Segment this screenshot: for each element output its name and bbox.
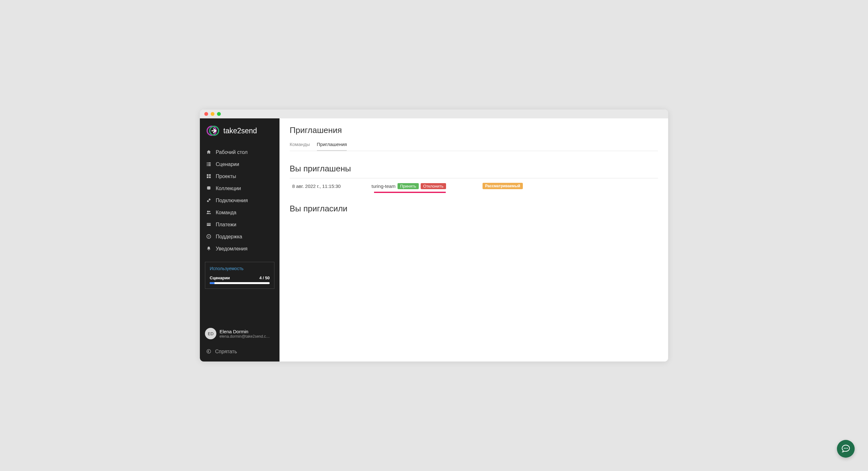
app-body: take2send Рабочий стол Сценарии — [200, 118, 668, 361]
usage-panel: Используемость Сценарии 4 / 50 — [205, 262, 274, 289]
page-header: Приглашения Команды Приглашения — [279, 118, 668, 151]
brand-logo[interactable]: take2send — [200, 124, 279, 146]
content-area: Вы приглашены 8 авг. 2022 г., 11:15:30 t… — [279, 151, 668, 231]
main-content: Приглашения Команды Приглашения Вы пригл… — [279, 118, 668, 361]
invitation-row: 8 авг. 2022 г., 11:15:30 turing-team При… — [290, 178, 658, 194]
svg-point-19 — [207, 349, 211, 353]
sidebar-item-connections[interactable]: Подключения — [200, 195, 279, 207]
svg-rect-4 — [207, 164, 208, 165]
avatar: ED — [205, 328, 216, 339]
sidebar-item-scenarios[interactable]: Сценарии — [200, 158, 279, 171]
database-icon — [206, 186, 211, 192]
svg-rect-16 — [207, 224, 211, 225]
invitations-table: 8 авг. 2022 г., 11:15:30 turing-team При… — [290, 178, 658, 194]
chat-widget-button[interactable] — [837, 440, 855, 458]
svg-rect-3 — [208, 162, 211, 163]
chat-icon — [841, 444, 850, 453]
usage-value: 4 / 50 — [259, 275, 270, 280]
status-badge: Рассматриваемый — [483, 183, 523, 189]
list-icon — [206, 162, 211, 167]
svg-text:?: ? — [208, 235, 209, 238]
profile-info: Elena Dormin elena.dormin@take2send.c… — [220, 329, 270, 338]
nav-list: Рабочий стол Сценарии Проекты — [200, 146, 279, 255]
svg-point-22 — [847, 448, 848, 449]
usage-row: Сценарии 4 / 50 — [210, 275, 270, 280]
grid-icon — [206, 174, 211, 179]
invitation-date: 8 авг. 2022 г., 11:15:30 — [292, 183, 372, 189]
svg-rect-9 — [209, 174, 211, 176]
invitation-team-name: turing-team — [372, 183, 396, 189]
svg-rect-5 — [208, 164, 211, 165]
usage-title: Используемость — [210, 266, 270, 271]
tab-invitations[interactable]: Приглашения — [317, 142, 347, 151]
sidebar-item-dashboard[interactable]: Рабочий стол — [200, 146, 279, 158]
bell-icon — [206, 246, 211, 252]
sidebar-item-label: Проекты — [216, 174, 236, 179]
sidebar-item-label: Платежи — [216, 222, 236, 228]
profile-name: Elena Dormin — [220, 329, 270, 334]
accept-button[interactable]: Принять — [398, 183, 419, 189]
sidebar-item-label: Сценарии — [216, 161, 239, 167]
window-titlebar — [200, 110, 668, 118]
app-window: take2send Рабочий стол Сценарии — [200, 110, 668, 361]
tab-teams[interactable]: Команды — [290, 142, 310, 151]
svg-point-14 — [209, 211, 210, 212]
svg-rect-7 — [208, 165, 211, 166]
window-close-button[interactable] — [204, 112, 208, 116]
svg-rect-10 — [207, 176, 209, 178]
svg-rect-8 — [207, 174, 209, 176]
usage-label: Сценарии — [210, 275, 230, 280]
plug-icon — [206, 198, 211, 203]
invitation-team-cell: turing-team Принять Отклонить — [372, 183, 483, 189]
decline-button[interactable]: Отклонить — [421, 183, 446, 189]
sidebar-item-payments[interactable]: Платежи — [200, 219, 279, 231]
sidebar: take2send Рабочий стол Сценарии — [200, 118, 279, 361]
users-icon — [206, 210, 211, 215]
section-invited-by-you-title: Вы пригласили — [290, 204, 658, 214]
sidebar-item-label: Уведомления — [216, 246, 247, 252]
home-icon — [206, 150, 211, 155]
usage-progress — [210, 282, 270, 284]
svg-rect-6 — [207, 165, 208, 166]
sidebar-item-collections[interactable]: Коллекции — [200, 182, 279, 195]
collapse-label: Спрятать — [215, 349, 237, 355]
page-title: Приглашения — [290, 125, 658, 135]
profile-row[interactable]: ED Elena Dormin elena.dormin@take2send.c… — [200, 325, 279, 346]
section-invited-to-title: Вы приглашены — [290, 164, 658, 174]
window-maximize-button[interactable] — [217, 112, 221, 116]
svg-point-13 — [207, 210, 209, 212]
help-icon: ? — [206, 234, 211, 240]
sidebar-item-projects[interactable]: Проекты — [200, 171, 279, 182]
tabs: Команды Приглашения — [290, 142, 658, 151]
invitation-status-cell: Рассматриваемый — [483, 183, 655, 189]
window-minimize-button[interactable] — [211, 112, 214, 116]
sidebar-item-support[interactable]: ? Поддержка — [200, 231, 279, 243]
sidebar-item-label: Подключения — [216, 198, 248, 203]
profile-email: elena.dormin@take2send.c… — [220, 334, 270, 338]
collapse-sidebar-button[interactable]: Спрятать — [200, 346, 279, 358]
logo-icon — [206, 124, 220, 138]
chevron-left-icon — [206, 349, 211, 355]
sidebar-item-team[interactable]: Команда — [200, 207, 279, 219]
sidebar-item-label: Рабочий стол — [216, 149, 247, 155]
svg-rect-2 — [207, 162, 208, 163]
highlight-underline — [374, 192, 446, 193]
usage-progress-fill — [210, 282, 214, 284]
sidebar-item-label: Команда — [216, 210, 236, 215]
svg-point-20 — [844, 448, 845, 449]
sidebar-item-notifications[interactable]: Уведомления — [200, 243, 279, 255]
brand-name: take2send — [223, 127, 257, 135]
svg-rect-11 — [209, 176, 211, 178]
sidebar-item-label: Поддержка — [216, 234, 242, 240]
card-icon — [206, 222, 211, 228]
sidebar-item-label: Коллекции — [216, 186, 241, 192]
svg-point-21 — [845, 448, 846, 449]
